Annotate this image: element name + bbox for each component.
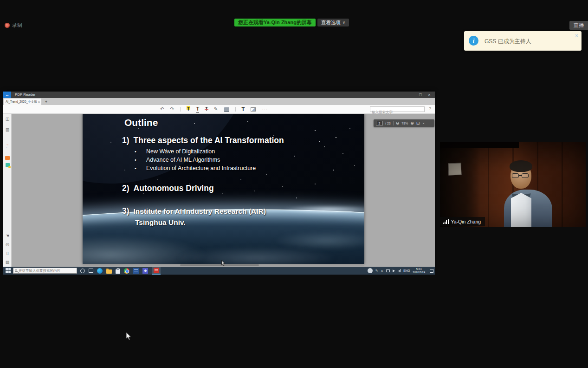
cortana-icon[interactable] [80, 269, 85, 273]
read-mode-icon[interactable]: ◎ [5, 242, 10, 247]
clock-time: 5:04 [416, 268, 422, 270]
fit-page-icon[interactable]: ⊡ [416, 119, 420, 127]
edge-icon[interactable] [97, 268, 103, 274]
screen-share-banner: 您正在观看Ya-Qin Zhang的屏幕 [234, 19, 316, 26]
bullet-icon: • [135, 165, 146, 171]
info-icon: i [469, 36, 478, 46]
minimize-button[interactable]: – [406, 92, 414, 98]
hidden-icons-chevron[interactable]: ∧ [381, 267, 383, 275]
video-vignette [440, 142, 586, 227]
print-orange-icon[interactable] [5, 155, 10, 161]
display-icon[interactable] [386, 269, 390, 272]
help-icon[interactable]: ? [429, 106, 431, 111]
toolbar-divider [235, 107, 236, 112]
host-notification-toast: i GSS 已成为主持人 × [464, 31, 582, 51]
pen-icon[interactable]: ✎ [375, 267, 378, 275]
zoom-level-label: 78% [401, 122, 408, 125]
item-text: Autonomous Driving [134, 184, 214, 193]
windows-taskbar: ✎ ∧ ENG 5:04 2020/7/24 [3, 267, 435, 275]
printer-icon[interactable]: ▤ [5, 259, 10, 265]
redo-icon[interactable]: ↷ [170, 106, 174, 112]
more-tools-icon[interactable]: ··· [262, 106, 268, 112]
document-search-box[interactable] [370, 106, 425, 112]
undo-icon[interactable]: ↶ [160, 106, 164, 112]
store-icon[interactable] [116, 269, 120, 274]
pagebar-close-icon[interactable]: × [422, 121, 425, 125]
hand-tool-icon[interactable]: ☚ [5, 233, 10, 238]
zoom-in-icon[interactable]: ⊕ [410, 119, 414, 127]
clock-date: 2020/7/24 [413, 271, 425, 274]
stamp-tool-icon[interactable] [224, 107, 229, 111]
mouse-cursor [126, 332, 132, 341]
document-tab[interactable]: AI_Trend_2020_中文版.pdf × [4, 99, 41, 105]
page-thumbnails-icon[interactable]: ◫ [5, 116, 10, 122]
window-titlebar: ← PDF Reader – □ × [3, 92, 435, 98]
audio-level-icon [443, 219, 449, 224]
toolbar-divider [180, 107, 181, 112]
bullet-icon: • [135, 157, 146, 163]
pdf-content-area: Outline 1)Three aspects of the AI Transf… [12, 114, 435, 267]
subitem-text: Advance of AI ML Algorithms [146, 157, 220, 163]
item-number: 1) [122, 136, 129, 145]
slide-subitem: •New Wave of Digitalization [135, 148, 215, 155]
participant-name: Ya-Qin Zhang [451, 219, 481, 224]
toast-close-icon[interactable]: × [575, 33, 578, 39]
slide-item-2: 2)Autonomous Driving [122, 184, 214, 193]
item-number: 3) [122, 206, 129, 216]
book-view-icon[interactable]: ▥ [5, 127, 10, 132]
teams-icon[interactable] [142, 268, 148, 274]
annotation-toolbar: ↶ ↷ T T T ✎ T ··· ? [3, 105, 435, 114]
volume-icon[interactable] [393, 269, 395, 272]
image-tool-icon[interactable] [251, 107, 256, 112]
strikethrough-tool-icon[interactable]: T [205, 106, 208, 112]
user-avatar-icon[interactable] [368, 268, 373, 273]
taskbar-search-input[interactable] [19, 269, 75, 273]
pdf-reader-taskbar-button[interactable] [152, 267, 161, 275]
network-signal-icon[interactable] [398, 269, 401, 272]
pdf-body: ◫ ▥ →← ☚ ◎ ▯ ▤ Outline [3, 114, 435, 267]
participant-video-tile[interactable]: Ya-Qin Zhang [440, 142, 586, 227]
task-view-icon[interactable] [89, 269, 93, 273]
slide-item-1: 1)Three aspects of the AI Transformation [122, 136, 284, 145]
chrome-icon[interactable] [124, 268, 129, 274]
new-tab-button[interactable]: + [43, 99, 49, 105]
document-tab-bar: AI_Trend_2020_中文版.pdf × + [3, 98, 435, 105]
action-center-icon[interactable] [430, 269, 433, 273]
item-text: Three aspects of the AI Transformation [134, 136, 284, 145]
slide-subitem: •Evolution of Architecture and Infrastru… [135, 165, 256, 171]
maximize-button[interactable]: □ [416, 92, 425, 98]
office-app-icon[interactable] [133, 268, 139, 274]
pdf-app-icon [154, 268, 159, 273]
underline-tool-icon[interactable]: T [196, 106, 199, 113]
taskbar-clock[interactable]: 5:04 2020/7/24 [413, 268, 425, 274]
pdf-left-sidebar: ◫ ▥ →← ☚ ◎ ▯ ▤ [3, 114, 12, 267]
text-tool-icon[interactable]: T [242, 106, 245, 112]
convert-icon[interactable]: →← [5, 143, 10, 149]
system-tray: ✎ ∧ ENG 5:04 2020/7/24 [368, 267, 433, 275]
document-tab-title: AI_Trend_2020_中文版.pdf [6, 100, 37, 104]
page-number-input[interactable] [376, 121, 383, 125]
zoom-out-icon[interactable]: ⊖ [396, 119, 400, 127]
back-icon[interactable]: ← [3, 92, 11, 98]
live-badge: 直播 [569, 21, 588, 30]
recording-indicator[interactable]: 录制 [5, 22, 22, 29]
pen-tool-icon[interactable]: ✎ [214, 106, 218, 112]
slide-item-3-line2: Tsinghua Univ. [135, 218, 186, 227]
view-options-button[interactable]: 查看选项 ∨ [317, 19, 349, 26]
toolkit-icon[interactable] [5, 163, 10, 168]
file-explorer-icon[interactable] [106, 269, 112, 274]
tab-close-icon[interactable]: × [38, 100, 40, 104]
highlight-tool-icon[interactable]: T [187, 106, 190, 112]
slide-item-3: 3)Institute for AI Industry Research (AI… [122, 206, 266, 216]
scrollbar-thumb[interactable] [180, 264, 259, 266]
start-button[interactable] [6, 268, 11, 273]
pagebar-divider [393, 121, 394, 125]
cloud-patch [273, 231, 364, 250]
total-pages-label: / 23 [385, 122, 391, 125]
secondary-cursor [221, 260, 226, 266]
taskbar-search-box[interactable] [13, 268, 77, 274]
language-indicator[interactable]: ENG [403, 269, 410, 272]
bookmark-icon[interactable]: ▯ [5, 250, 10, 256]
close-button[interactable]: × [425, 92, 433, 98]
stars [83, 114, 84, 115]
